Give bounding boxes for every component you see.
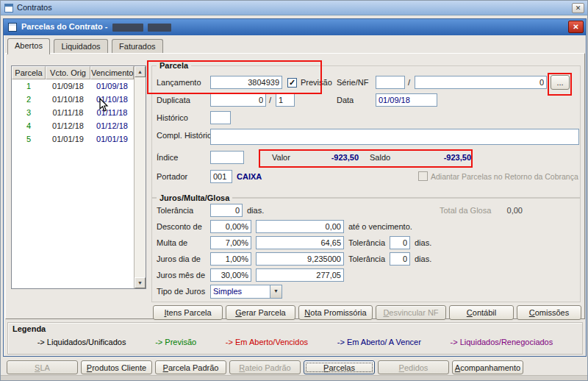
data-field[interactable] [376, 93, 437, 107]
juros-group-title: Juros/Multa/Glosa [157, 193, 232, 203]
outer-titlebar[interactable]: Contratos ✕ [1, 1, 587, 15]
legenda-title: Legenda [12, 324, 46, 333]
cell-vencimento: 01/12/18 [90, 119, 134, 132]
tab-faturados[interactable]: Faturados [112, 39, 163, 54]
portador-code-field[interactable] [210, 170, 232, 183]
legend-item-em-aberto-a-vencer: -> Em Aberto/ A Vencer [337, 338, 421, 346]
juros-dia-value-field[interactable] [256, 252, 344, 266]
redacted-text [148, 24, 171, 32]
grid-header-vcto-orig[interactable]: Vcto. Orig [46, 66, 90, 79]
scrollbar[interactable]: ▲ ▼ [134, 66, 146, 288]
saldo-label: Saldo [370, 151, 390, 164]
desconto-value-field[interactable] [256, 220, 344, 233]
table-row[interactable]: 2 01/10/18 01/10/18 [12, 93, 134, 106]
duplicata-separator: / [269, 93, 271, 107]
check-icon: ✓ [289, 78, 295, 87]
tab-abertos[interactable]: Abertos [7, 38, 50, 54]
comissoes-button[interactable]: Comissões [517, 305, 581, 320]
produtos-cliente-button[interactable]: Produtos Cliente [81, 360, 152, 374]
tolerancia-field[interactable] [210, 204, 243, 217]
historico-label: Histórico [157, 111, 188, 124]
sla-button: SLA [7, 360, 78, 374]
grid-header-parcela[interactable]: Parcela [12, 66, 46, 79]
tolerancia-suffix: dias. [247, 204, 264, 217]
juros-mes-percent-field[interactable] [210, 268, 251, 282]
status-strip [1, 375, 587, 381]
cell-vcto-orig: 01/11/18 [46, 106, 90, 119]
adiantar-checkbox [418, 171, 428, 181]
chevron-down-icon[interactable]: ▼ [270, 285, 282, 298]
juros-dia-percent-field[interactable] [210, 252, 251, 266]
table-row[interactable]: 5 01/01/19 01/01/19 [12, 132, 134, 146]
multa-percent-field[interactable] [210, 236, 251, 249]
itens-parcela-button[interactable]: Itens Parcela [153, 305, 223, 320]
legend-item-liquidados-unificados: -> Liquidados/Unificados [37, 338, 126, 346]
cell-parcela: 2 [12, 93, 46, 106]
juros-dia-tolerancia-label: Tolerância [348, 252, 385, 266]
cell-parcela: 4 [12, 119, 46, 132]
nota-promissoria-button[interactable]: Nota Promissória [298, 305, 373, 320]
gerar-parcela-button[interactable]: Gerar Parcela [226, 305, 295, 320]
contratos-window: Contratos ✕ Parcelas do Contrato - ✕ Abe… [0, 0, 588, 381]
redacted-text [112, 24, 143, 32]
contabil-button[interactable]: Contábil [449, 305, 514, 320]
cell-vcto-orig: 01/12/18 [46, 119, 90, 132]
inner-titlebar[interactable]: Parcelas do Contrato - ✕ [4, 19, 586, 35]
indice-field[interactable] [210, 151, 244, 164]
acompanhamento-button[interactable]: Acompanhamento [452, 360, 523, 374]
portador-name: CAIXA [237, 170, 262, 183]
compl-historico-label: Compl. Histórico [157, 129, 216, 142]
parcelas-button[interactable]: Parcelas [304, 360, 375, 374]
table-row[interactable]: 1 01/09/18 01/09/18 [12, 79, 134, 93]
table-row[interactable]: 3 01/11/18 01/11/18 [12, 106, 134, 119]
cell-vencimento: 01/10/18 [90, 93, 134, 106]
indice-label: Índice [157, 151, 178, 164]
scroll-up-icon[interactable]: ▲ [135, 66, 146, 77]
desconto-label: Desconto de [157, 220, 202, 233]
cell-vencimento: 01/09/18 [90, 79, 134, 93]
grid-header-vencimento[interactable]: Vencimento [90, 66, 134, 79]
cell-vcto-orig: 01/10/18 [46, 93, 90, 106]
multa-suffix: dias. [415, 236, 431, 249]
tipo-juros-label: Tipo de Juros [157, 285, 205, 298]
cell-vcto-orig: 01/09/18 [46, 79, 90, 93]
serie-nf-separator: / [408, 76, 410, 89]
total-glosa-value: 0,00 [487, 204, 523, 217]
cell-vencimento: 01/01/19 [90, 132, 134, 146]
valor-label: Valor [272, 151, 290, 164]
scroll-down-icon[interactable]: ▼ [135, 277, 146, 288]
juros-dia-label: Juros dia de [157, 252, 201, 266]
table-row[interactable]: 4 01/12/18 01/12/18 [12, 119, 134, 132]
inner-window-title: Parcelas do Contrato - [21, 22, 107, 31]
tab-liquidados[interactable]: Liquidados [54, 39, 107, 54]
previsao-label: Previsão [301, 76, 332, 89]
tab-strip: Abertos Liquidados Faturados [7, 38, 164, 54]
data-label: Data [337, 93, 354, 107]
close-icon[interactable]: ✕ [572, 3, 584, 13]
multa-tolerancia-field[interactable] [390, 236, 410, 249]
lancamento-label: Lançamento [157, 76, 201, 89]
parcela-padrao-button[interactable]: Parcela Padrão [155, 360, 226, 374]
close-icon[interactable]: ✕ [568, 21, 584, 33]
tipo-juros-select[interactable]: Simples ▼ [210, 285, 282, 299]
juros-dia-tolerancia-field[interactable] [390, 252, 410, 266]
multa-value-field[interactable] [256, 236, 344, 249]
duplicata-label: Duplicata [157, 93, 190, 107]
multa-label: Multa de [157, 236, 187, 249]
lancamento-field[interactable] [210, 76, 282, 89]
parcela-group-title: Parcela [157, 60, 191, 71]
desconto-percent-field[interactable] [210, 220, 251, 233]
tab-page-abertos: Parcela Vcto. Orig Vencimento 1 01/09/18… [5, 53, 585, 319]
compl-historico-field[interactable] [210, 129, 579, 145]
cell-vencimento: 01/11/18 [90, 106, 134, 119]
nf-browse-button[interactable]: ... [551, 75, 570, 90]
serie-nf-label: Série/NF [337, 76, 368, 89]
juros-mes-value-field[interactable] [256, 268, 344, 282]
legend-item-em-aberto-vencidos: -> Em Aberto/Vencidos [226, 338, 308, 346]
serie-field[interactable] [376, 76, 405, 89]
duplicata-numero-field[interactable] [210, 93, 266, 107]
historico-field[interactable] [210, 111, 231, 124]
nf-field[interactable] [415, 76, 547, 89]
previsao-checkbox[interactable]: ✓ [287, 78, 297, 88]
duplicata-ordem-field[interactable] [276, 93, 295, 107]
